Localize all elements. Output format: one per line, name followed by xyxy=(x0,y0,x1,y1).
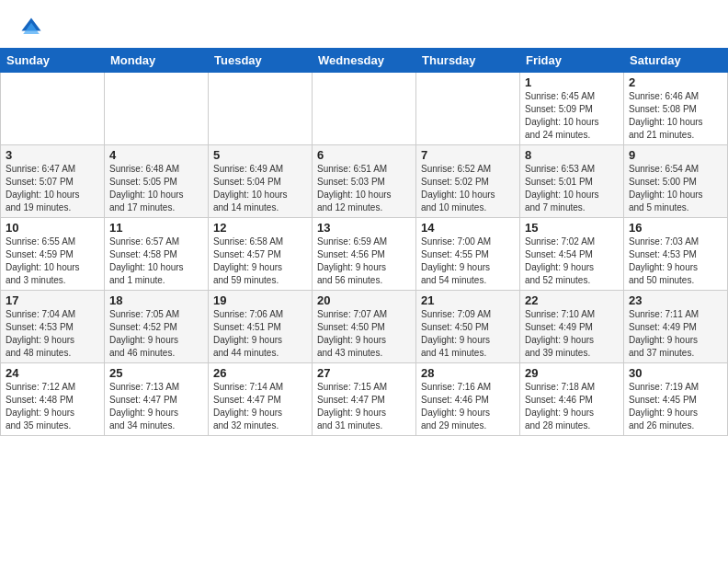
calendar-cell: 10Sunrise: 6:55 AM Sunset: 4:59 PM Dayli… xyxy=(1,218,105,291)
day-info: Sunrise: 6:51 AM Sunset: 5:03 PM Dayligh… xyxy=(317,163,411,214)
day-info: Sunrise: 7:06 AM Sunset: 4:51 PM Dayligh… xyxy=(213,308,307,360)
day-number: 25 xyxy=(109,366,203,380)
day-info: Sunrise: 7:05 AM Sunset: 4:52 PM Dayligh… xyxy=(109,308,203,360)
week-row-2: 3Sunrise: 6:47 AM Sunset: 5:07 PM Daylig… xyxy=(1,145,728,218)
day-number: 13 xyxy=(317,221,411,235)
day-number: 8 xyxy=(525,148,619,162)
logo xyxy=(18,15,48,40)
week-row-1: 1Sunrise: 6:45 AM Sunset: 5:09 PM Daylig… xyxy=(1,73,728,145)
day-info: Sunrise: 6:45 AM Sunset: 5:09 PM Dayligh… xyxy=(525,90,619,142)
day-info: Sunrise: 7:13 AM Sunset: 4:47 PM Dayligh… xyxy=(109,381,203,432)
col-header-saturday: Saturday xyxy=(624,49,728,73)
day-number: 26 xyxy=(213,366,307,380)
col-header-friday: Friday xyxy=(520,49,624,73)
day-info: Sunrise: 7:07 AM Sunset: 4:50 PM Dayligh… xyxy=(317,308,411,360)
calendar-header: SundayMondayTuesdayWednesdayThursdayFrid… xyxy=(1,49,728,73)
day-number: 16 xyxy=(629,221,722,235)
day-info: Sunrise: 6:57 AM Sunset: 4:58 PM Dayligh… xyxy=(109,236,203,287)
page-header xyxy=(0,0,728,48)
logo-icon xyxy=(18,15,44,40)
calendar-cell: 2Sunrise: 6:46 AM Sunset: 5:08 PM Daylig… xyxy=(624,73,728,145)
day-info: Sunrise: 7:04 AM Sunset: 4:53 PM Dayligh… xyxy=(6,308,99,360)
day-number: 2 xyxy=(629,75,722,89)
calendar-cell: 20Sunrise: 7:07 AM Sunset: 4:50 PM Dayli… xyxy=(313,291,416,363)
header-row: SundayMondayTuesdayWednesdayThursdayFrid… xyxy=(1,49,728,73)
day-number: 10 xyxy=(6,221,99,235)
calendar-cell xyxy=(209,73,313,145)
calendar-cell xyxy=(1,73,105,145)
col-header-thursday: Thursday xyxy=(416,49,520,73)
day-number: 11 xyxy=(109,221,203,235)
calendar-cell: 27Sunrise: 7:15 AM Sunset: 4:47 PM Dayli… xyxy=(313,363,416,436)
day-number: 9 xyxy=(629,148,722,162)
calendar-cell: 8Sunrise: 6:53 AM Sunset: 5:01 PM Daylig… xyxy=(520,145,624,218)
calendar-cell: 26Sunrise: 7:14 AM Sunset: 4:47 PM Dayli… xyxy=(209,363,313,436)
day-number: 18 xyxy=(109,293,203,307)
day-info: Sunrise: 6:48 AM Sunset: 5:05 PM Dayligh… xyxy=(109,163,203,214)
calendar-cell: 13Sunrise: 6:59 AM Sunset: 4:56 PM Dayli… xyxy=(313,218,416,291)
calendar-cell: 17Sunrise: 7:04 AM Sunset: 4:53 PM Dayli… xyxy=(1,291,105,363)
day-info: Sunrise: 7:14 AM Sunset: 4:47 PM Dayligh… xyxy=(213,381,307,432)
day-info: Sunrise: 7:12 AM Sunset: 4:48 PM Dayligh… xyxy=(6,381,99,432)
day-info: Sunrise: 7:18 AM Sunset: 4:46 PM Dayligh… xyxy=(525,381,619,432)
calendar-cell: 3Sunrise: 6:47 AM Sunset: 5:07 PM Daylig… xyxy=(1,145,105,218)
day-number: 6 xyxy=(317,148,411,162)
day-info: Sunrise: 6:53 AM Sunset: 5:01 PM Dayligh… xyxy=(525,163,619,214)
calendar-cell xyxy=(105,73,209,145)
day-info: Sunrise: 6:52 AM Sunset: 5:02 PM Dayligh… xyxy=(421,163,515,214)
day-info: Sunrise: 6:46 AM Sunset: 5:08 PM Dayligh… xyxy=(629,90,722,142)
col-header-sunday: Sunday xyxy=(1,49,105,73)
col-header-tuesday: Tuesday xyxy=(209,49,313,73)
week-row-3: 10Sunrise: 6:55 AM Sunset: 4:59 PM Dayli… xyxy=(1,218,728,291)
day-number: 23 xyxy=(629,293,722,307)
day-info: Sunrise: 7:09 AM Sunset: 4:50 PM Dayligh… xyxy=(421,308,515,360)
calendar-cell: 25Sunrise: 7:13 AM Sunset: 4:47 PM Dayli… xyxy=(105,363,209,436)
day-number: 7 xyxy=(421,148,515,162)
calendar-cell: 16Sunrise: 7:03 AM Sunset: 4:53 PM Dayli… xyxy=(624,218,728,291)
week-row-4: 17Sunrise: 7:04 AM Sunset: 4:53 PM Dayli… xyxy=(1,291,728,363)
calendar-cell xyxy=(313,73,416,145)
day-number: 17 xyxy=(6,293,99,307)
day-number: 15 xyxy=(525,221,619,235)
day-info: Sunrise: 6:54 AM Sunset: 5:00 PM Dayligh… xyxy=(629,163,722,214)
calendar-cell: 11Sunrise: 6:57 AM Sunset: 4:58 PM Dayli… xyxy=(105,218,209,291)
day-number: 29 xyxy=(525,366,619,380)
day-number: 21 xyxy=(421,293,515,307)
calendar-cell: 19Sunrise: 7:06 AM Sunset: 4:51 PM Dayli… xyxy=(209,291,313,363)
calendar-cell: 22Sunrise: 7:10 AM Sunset: 4:49 PM Dayli… xyxy=(520,291,624,363)
calendar-cell: 30Sunrise: 7:19 AM Sunset: 4:45 PM Dayli… xyxy=(624,363,728,436)
calendar-cell: 6Sunrise: 6:51 AM Sunset: 5:03 PM Daylig… xyxy=(313,145,416,218)
day-number: 20 xyxy=(317,293,411,307)
day-info: Sunrise: 7:19 AM Sunset: 4:45 PM Dayligh… xyxy=(629,381,722,432)
calendar-cell: 23Sunrise: 7:11 AM Sunset: 4:49 PM Dayli… xyxy=(624,291,728,363)
day-info: Sunrise: 6:49 AM Sunset: 5:04 PM Dayligh… xyxy=(213,163,307,214)
calendar-cell: 12Sunrise: 6:58 AM Sunset: 4:57 PM Dayli… xyxy=(209,218,313,291)
day-info: Sunrise: 6:58 AM Sunset: 4:57 PM Dayligh… xyxy=(213,236,307,287)
day-number: 1 xyxy=(525,75,619,89)
calendar-cell: 9Sunrise: 6:54 AM Sunset: 5:00 PM Daylig… xyxy=(624,145,728,218)
calendar-cell: 21Sunrise: 7:09 AM Sunset: 4:50 PM Dayli… xyxy=(416,291,520,363)
day-info: Sunrise: 7:15 AM Sunset: 4:47 PM Dayligh… xyxy=(317,381,411,432)
week-row-5: 24Sunrise: 7:12 AM Sunset: 4:48 PM Dayli… xyxy=(1,363,728,436)
calendar-cell: 1Sunrise: 6:45 AM Sunset: 5:09 PM Daylig… xyxy=(520,73,624,145)
day-info: Sunrise: 7:16 AM Sunset: 4:46 PM Dayligh… xyxy=(421,381,515,432)
day-number: 22 xyxy=(525,293,619,307)
day-number: 28 xyxy=(421,366,515,380)
day-info: Sunrise: 7:10 AM Sunset: 4:49 PM Dayligh… xyxy=(525,308,619,360)
day-number: 14 xyxy=(421,221,515,235)
day-number: 24 xyxy=(6,366,99,380)
day-info: Sunrise: 6:47 AM Sunset: 5:07 PM Dayligh… xyxy=(6,163,99,214)
day-info: Sunrise: 7:02 AM Sunset: 4:54 PM Dayligh… xyxy=(525,236,619,287)
calendar-cell xyxy=(416,73,520,145)
calendar-cell: 29Sunrise: 7:18 AM Sunset: 4:46 PM Dayli… xyxy=(520,363,624,436)
calendar-wrapper: SundayMondayTuesdayWednesdayThursdayFrid… xyxy=(0,48,728,436)
calendar-cell: 5Sunrise: 6:49 AM Sunset: 5:04 PM Daylig… xyxy=(209,145,313,218)
day-info: Sunrise: 7:03 AM Sunset: 4:53 PM Dayligh… xyxy=(629,236,722,287)
col-header-wednesday: Wednesday xyxy=(313,49,416,73)
day-info: Sunrise: 7:00 AM Sunset: 4:55 PM Dayligh… xyxy=(421,236,515,287)
day-number: 5 xyxy=(213,148,307,162)
calendar-body: 1Sunrise: 6:45 AM Sunset: 5:09 PM Daylig… xyxy=(1,73,728,436)
day-info: Sunrise: 6:59 AM Sunset: 4:56 PM Dayligh… xyxy=(317,236,411,287)
day-number: 4 xyxy=(109,148,203,162)
calendar-cell: 4Sunrise: 6:48 AM Sunset: 5:05 PM Daylig… xyxy=(105,145,209,218)
